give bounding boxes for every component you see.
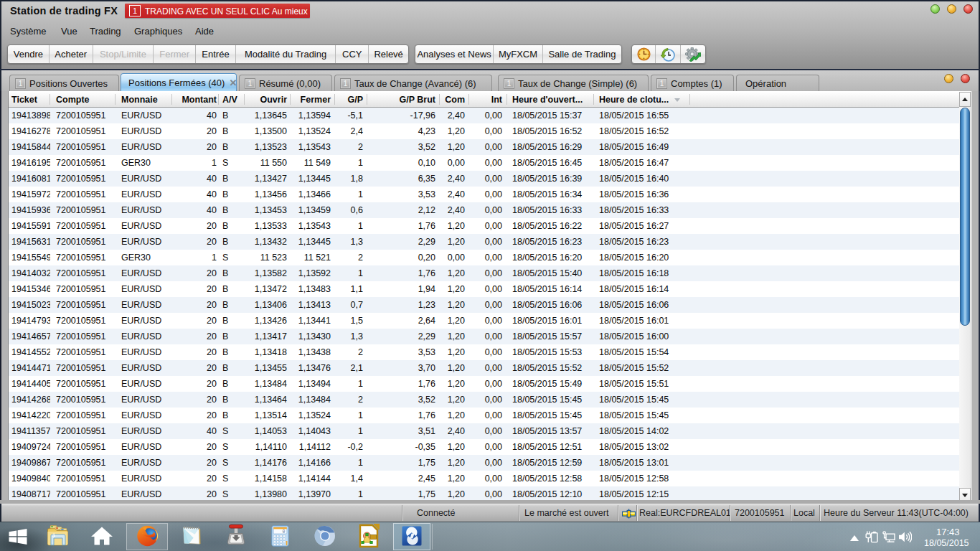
- svg-text:0: 0: [283, 529, 286, 534]
